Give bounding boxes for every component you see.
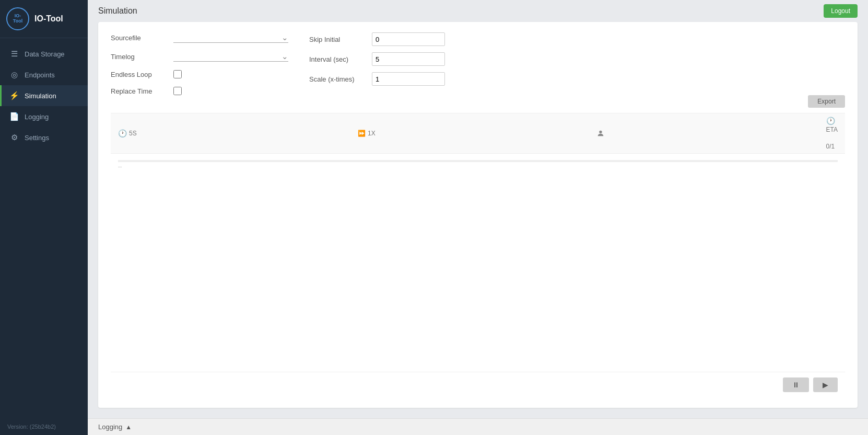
sidebar-item-data-storage[interactable]: ☰ Data Storage [0,43,88,64]
speed-icon: ⏩ [358,130,366,137]
settings-icon: ⚙ [9,132,19,143]
logging-bar[interactable]: Logging ▲ [88,418,868,435]
pause-button[interactable]: ⏸ [783,377,809,392]
sidebar-item-endpoints[interactable]: ◎ Endpoints [0,64,88,85]
timer-status: 🕐 5S [118,129,137,138]
sidebar-item-settings[interactable]: ⚙ Settings [0,127,88,148]
data-storage-icon: ☰ [9,49,19,59]
scale-row: Scale (x-times) ▲ ▼ [309,72,445,86]
sidebar-item-label-data-storage: Data Storage [25,50,65,58]
skip-initial-label: Skip Initial [309,36,367,43]
sourcefile-input[interactable] [173,32,279,42]
sidebar-item-label-endpoints: Endpoints [25,71,55,79]
logout-button[interactable]: Logout [824,4,858,18]
sidebar-item-label-logging: Logging [25,113,49,121]
interval-label: Interval (sec) [309,55,367,63]
interval-input[interactable] [372,54,445,65]
interval-row: Interval (sec) ▲ ▼ [309,52,445,66]
sidebar: IO-Tool IO-Tool ☰ Data Storage ◎ Endpoin… [0,0,88,435]
timelog-label: Timelog [111,53,168,61]
logging-bar-label: Logging [98,423,122,431]
form-right: Skip Initial ▲ ▼ Interval (sec) [309,32,445,95]
export-wrap: Export [111,95,845,108]
sourcefile-row: Sourcefile ⌄ [111,32,288,43]
endless-loop-row: Endless Loop [111,70,288,78]
form-left: Sourcefile ⌄ Timelog ⌄ [111,32,288,95]
skip-initial-row: Skip Initial ▲ ▼ [309,32,445,46]
user-status [596,129,605,138]
timer-icon: 🕐 [118,129,127,138]
sidebar-item-logging[interactable]: 📄 Logging [0,106,88,127]
sidebar-item-label-settings: Settings [25,134,49,142]
sourcefile-label: Sourcefile [111,34,168,42]
timer-label: 5S [129,130,137,137]
form-grid: Sourcefile ⌄ Timelog ⌄ [111,32,845,95]
status-bar: 🕐 5S ⏩ 1X 🕐 ETA 0/1 [111,113,845,154]
eta-label: ETA [826,126,838,133]
play-button[interactable]: ▶ [813,377,838,392]
sidebar-item-simulation[interactable]: ⚡ Simulation [0,85,88,106]
scale-input[interactable] [372,74,445,85]
counter-label: 0/1 [826,143,835,150]
endless-loop-checkbox[interactable] [173,70,182,78]
app-name: IO-Tool [34,14,63,24]
timelog-input-wrap: ⌄ [173,51,288,62]
scale-label: Scale (x-times) [309,75,367,83]
speed-status: ⏩ 1X [358,130,376,137]
simulation-icon: ⚡ [9,90,19,101]
speed-label: 1X [368,130,376,137]
sourcefile-input-wrap: ⌄ [173,32,288,43]
endpoints-icon: ◎ [9,70,19,80]
logging-chevron-icon: ▲ [125,423,132,431]
log-line1: -- [118,163,838,169]
export-button[interactable]: Export [808,95,845,108]
page-title: Simulation [98,6,137,16]
skip-initial-spinner: ▲ ▼ [372,32,445,46]
file-open-icon[interactable]: ⌄ [281,33,288,42]
timelog-input[interactable] [173,51,279,61]
replace-time-label: Replace Time [111,87,168,95]
endless-loop-label: Endless Loop [111,71,168,78]
eta-status: 🕐 ETA 0/1 [826,117,838,150]
app-logo-icon: IO-Tool [6,7,29,30]
eta-clock-icon: 🕐 [826,117,835,125]
bottom-controls: ⏸ ▶ [111,372,845,397]
app-version: Version: (25b24b2) [0,418,88,435]
sidebar-logo: IO-Tool IO-Tool [0,0,88,38]
timelog-open-icon[interactable]: ⌄ [281,52,288,61]
log-area: -- [111,154,845,372]
logging-icon: 📄 [9,111,19,122]
simulation-card: Sourcefile ⌄ Timelog ⌄ [98,22,858,408]
card-body: Sourcefile ⌄ Timelog ⌄ [98,22,858,408]
sidebar-item-label-simulation: Simulation [25,92,56,100]
topbar: Simulation Logout [88,0,868,22]
main-content: Simulation Logout Sourcefile ⌄ [88,0,868,435]
timelog-row: Timelog ⌄ [111,51,288,62]
interval-spinner: ▲ ▼ [372,52,445,66]
progress-bar-wrap [118,160,838,162]
sidebar-nav: ☰ Data Storage ◎ Endpoints ⚡ Simulation … [0,38,88,418]
skip-initial-input[interactable] [372,34,445,45]
user-icon [596,129,605,138]
replace-time-checkbox[interactable] [173,87,182,95]
svg-point-0 [599,131,602,133]
replace-time-row: Replace Time [111,87,288,95]
scale-spinner: ▲ ▼ [372,72,445,86]
